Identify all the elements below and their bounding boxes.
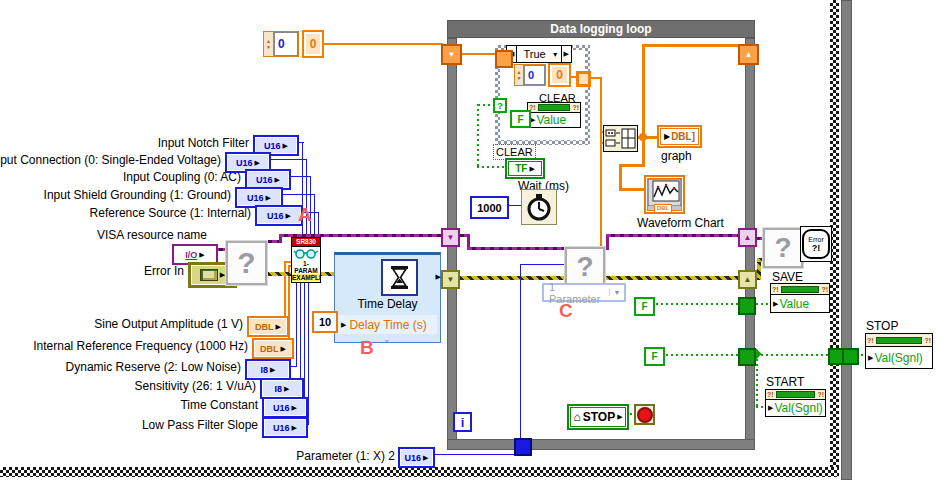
wire-run-1	[661, 354, 740, 356]
waveform-chart-terminal[interactable]: DBL	[644, 175, 685, 214]
waveform-chart-label: Waveform Chart	[637, 216, 724, 230]
wait-ms-node[interactable]	[521, 189, 557, 225]
property-value-row[interactable]: ▶Val(Sgnl)	[866, 347, 932, 368]
case-orange-constant[interactable]: 0	[548, 63, 571, 87]
start-node-label: START	[766, 375, 804, 389]
annotation-b: B	[360, 337, 374, 359]
question-icon: ?	[237, 246, 255, 280]
close-instrument-vi[interactable]: ?	[763, 228, 803, 268]
init-numeric-control[interactable]: ▲▼ 0	[263, 31, 299, 57]
wire-grounding	[279, 194, 315, 195]
build-array-node[interactable]	[603, 125, 638, 152]
case-false-constant[interactable]: F	[510, 110, 531, 128]
terminal-sine-output-amplitude[interactable]: DBL▶	[247, 316, 289, 337]
tunnel-parameter[interactable]	[514, 438, 532, 456]
property-node-strip: ?!?!	[866, 334, 932, 347]
tunnel-outer-run[interactable]	[842, 348, 859, 365]
property-value-row[interactable]: ▶Val(Sgnl)	[766, 400, 825, 416]
expand-chevron-icon[interactable]: ⌄	[383, 334, 391, 344]
delay-time-row[interactable]: ▶ Delay Time (s)	[338, 315, 437, 334]
wait-constant[interactable]: 1000	[470, 196, 509, 219]
run-false-constant[interactable]: F	[644, 347, 665, 366]
tunnel-run[interactable]	[738, 348, 756, 366]
property-node-strip: ?!?!	[766, 390, 825, 400]
terminal-internal-reference-frequency[interactable]: DBL▶	[252, 338, 294, 359]
terminal-time-constant[interactable]: U16▶	[262, 397, 308, 418]
glasses-icon	[293, 248, 319, 260]
label-reference-source: Reference Source (1: Internal)	[90, 205, 251, 221]
save-property-node[interactable]: ?!?! ▶Value	[770, 283, 830, 313]
property-value-row[interactable]: ▶Value	[528, 113, 580, 127]
delay-constant[interactable]: 10	[312, 311, 338, 333]
wire-lowpass-v	[308, 283, 309, 425]
tunnel-save[interactable]	[738, 297, 756, 315]
terminal-low-pass-filter-slope[interactable]: U16▶	[262, 417, 308, 438]
spinner-icon[interactable]: ▲▼	[264, 32, 274, 56]
sr830-example-vi[interactable]: SR830 1-PARAM EXAMPLE	[291, 237, 321, 283]
shift-register-left[interactable]: ▼	[441, 44, 462, 65]
wire-run-3	[756, 354, 758, 408]
loop-condition-terminal[interactable]	[634, 404, 655, 425]
terminal-reference-source[interactable]: U16▶	[255, 205, 303, 226]
parameter-dropdown[interactable]: 1 Parameter ▼	[542, 283, 626, 302]
tunnel-visa-out[interactable]: ▲	[738, 228, 757, 247]
terminal-sensitivity[interactable]: I8▶	[260, 378, 304, 399]
wire-sel-3	[477, 166, 506, 168]
start-property-node[interactable]: ?!?! ▶Val(Sgnl)	[765, 389, 826, 417]
label-input-shield-grounding: Input Shield Grounding (1: Ground)	[44, 187, 231, 203]
error-bubble-icon: Error ?!	[802, 229, 830, 259]
question-icon: ?	[774, 232, 791, 264]
spinner-icon[interactable]: ▲▼	[515, 65, 524, 85]
while-loop-label-bar[interactable]: Data logging loop	[447, 20, 755, 38]
label-input-connection: Input Connection (0: Single-Ended Voltag…	[0, 152, 221, 168]
wire-param-h	[431, 454, 521, 455]
case-tunnel-in[interactable]	[495, 50, 513, 68]
graph-array-indicator[interactable]: ▶ DBL]	[657, 125, 702, 148]
hourglass-icon	[390, 266, 409, 289]
tunnel-error-out[interactable]: ▲	[738, 270, 757, 289]
wire-shiftreg-case	[458, 53, 496, 55]
waveform-chart-icon	[648, 179, 681, 206]
wire-param-v	[520, 264, 521, 455]
label-time-constant: Time Constant	[180, 397, 258, 413]
init-control-value[interactable]: 0	[274, 32, 298, 56]
tunnel-error-in[interactable]: ▼	[441, 270, 460, 289]
init-orange-constant[interactable]: 0	[302, 30, 324, 58]
wire-init-shiftreg	[324, 43, 443, 45]
clear-boolean-terminal[interactable]: TF ▶	[505, 158, 545, 179]
terminal-parameter[interactable]: U16▶	[398, 447, 435, 468]
simple-error-handler-vi[interactable]: Error ?!	[800, 226, 832, 262]
dropdown-arrow-icon[interactable]: ▼	[609, 289, 624, 296]
property-value-row[interactable]: ▶Value	[771, 295, 829, 312]
time-delay-express-vi[interactable]: Time Delay ▶ Delay Time (s) ⌄ ▶	[334, 252, 441, 343]
iteration-terminal[interactable]: i	[453, 412, 472, 432]
terminal-dynamic-reserve[interactable]: I8▶	[245, 359, 291, 380]
case-control-value[interactable]: 0	[524, 65, 545, 85]
wire-visa-7	[467, 247, 567, 250]
while-loop-border-bottom[interactable]	[447, 439, 755, 450]
chevron-down-icon[interactable]: ▼	[552, 51, 561, 58]
shift-register-right[interactable]: ▲	[738, 44, 759, 65]
case-selector[interactable]: ◀ True ▼ ▶	[506, 45, 572, 63]
outer-loop-border[interactable]	[841, 0, 852, 480]
case-selector-value: True	[517, 48, 551, 60]
tunnel-visa-in[interactable]: ▼	[441, 228, 460, 247]
annotation-c: C	[559, 300, 573, 322]
case-tunnel-out[interactable]	[576, 71, 591, 87]
stopwatch-icon	[526, 193, 552, 221]
stop-boolean-terminal[interactable]: ⌂ STOP ▶	[567, 404, 629, 430]
stop-property-node[interactable]: ?!?! ▶Val(Sgnl)	[865, 333, 933, 369]
save-false-constant[interactable]: F	[634, 297, 655, 316]
case-next-arrow[interactable]: ▶	[561, 46, 571, 62]
open-instrument-vi[interactable]: ?	[226, 241, 267, 285]
wire-array-up-h	[642, 44, 739, 47]
case-numeric-control[interactable]: ▲▼ 0	[514, 64, 546, 86]
property-node-strip: ?!?!	[771, 284, 829, 295]
delay-time-label: Delay Time (s)	[349, 318, 426, 332]
label-visa-resource-name: VISA resource name	[97, 227, 207, 243]
graph-label: graph	[661, 149, 692, 163]
sequence-border-bottom[interactable]	[0, 467, 839, 477]
case-clear-property-node[interactable]: ?!?! ▶Value	[527, 102, 581, 128]
label-dynamic-reserve: Dynamic Reserve (2: Low Noise)	[66, 359, 241, 375]
case-selector-terminal[interactable]: ?	[493, 98, 507, 113]
